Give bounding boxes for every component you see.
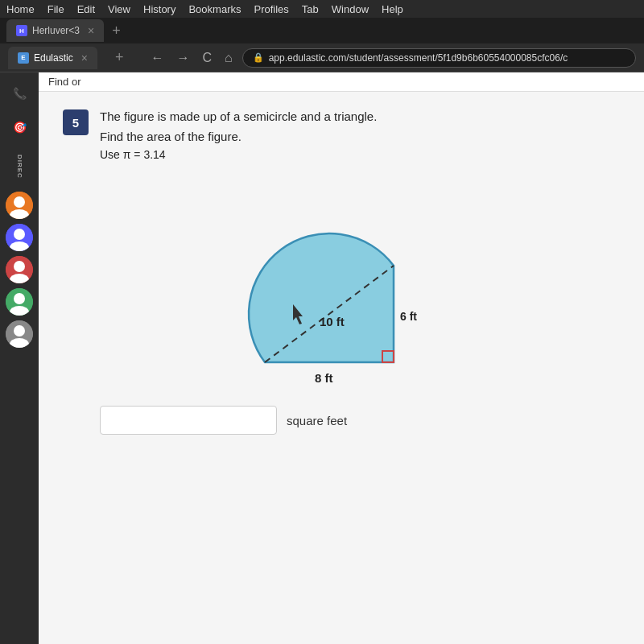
reload-button[interactable]: C: [199, 49, 215, 67]
tab-title-1: Herluver<3: [32, 25, 80, 36]
menu-bookmarks[interactable]: Bookmarks: [188, 3, 241, 15]
find-bar-label: Find or: [48, 76, 80, 88]
label-8ft: 8 ft: [315, 371, 333, 385]
figure-svg-wrapper: 10 ft 6 ft 8 ft: [225, 177, 466, 390]
browser-tab-bar: H Herluver<3 × +: [0, 18, 644, 43]
lock-icon: 🔒: [253, 52, 264, 63]
menu-profiles[interactable]: Profiles: [254, 3, 288, 15]
question-block: 5 The figure is made up of a semicircle …: [63, 108, 628, 161]
address-bar: E Edulastic × + ← → C ⌂ 🔒 app.edulastic.…: [0, 43, 644, 72]
url-text: app.edulastic.com/student/assessment/5f1…: [269, 52, 568, 64]
assessment-area: 5 The figure is made up of a semicircle …: [39, 92, 644, 451]
menu-history[interactable]: History: [143, 3, 175, 15]
geometry-figure: 10 ft 6 ft 8 ft: [225, 177, 466, 386]
left-sidebar: 📞 🎯 DIREC: [0, 72, 39, 644]
menu-window[interactable]: Window: [332, 3, 369, 15]
question-number: 5: [63, 109, 89, 135]
sidebar-avatar-4[interactable]: [6, 288, 33, 316]
sidebar-avatar-2[interactable]: [6, 224, 33, 251]
menu-edit[interactable]: Edit: [77, 3, 95, 15]
svg-point-10: [14, 293, 25, 304]
menu-view[interactable]: View: [108, 3, 130, 15]
svg-point-4: [14, 229, 25, 240]
forward-button[interactable]: →: [173, 49, 192, 67]
menu-file[interactable]: File: [47, 3, 64, 15]
browser-content: 📞 🎯 DIREC Find or 5 T: [0, 72, 644, 644]
svg-point-7: [14, 261, 25, 272]
tab-favicon-2: E: [18, 52, 29, 64]
label-6ft: 6 ft: [400, 310, 417, 323]
new-tab-button[interactable]: +: [107, 23, 126, 39]
sidebar-icon-direc: DIREC: [5, 147, 34, 187]
tab-title-2: Edulastic: [34, 52, 73, 64]
answer-unit: square feet: [287, 414, 347, 427]
answer-row: square feet: [100, 406, 628, 435]
sidebar-avatar-1[interactable]: [6, 192, 33, 219]
tab-close-1[interactable]: ×: [88, 24, 94, 37]
answer-input[interactable]: [100, 406, 277, 435]
sidebar-avatar-3[interactable]: [6, 256, 33, 283]
menu-help[interactable]: Help: [382, 3, 403, 15]
find-bar: Find or: [39, 72, 644, 92]
svg-point-13: [14, 325, 25, 336]
new-tab-button-2[interactable]: +: [110, 49, 129, 66]
home-button[interactable]: ⌂: [221, 49, 236, 67]
question-pi: Use π = 3.14: [100, 148, 628, 161]
page-content: Find or 5 The figure is made up of a sem…: [39, 72, 644, 644]
tab-edulastic[interactable]: E Edulastic ×: [8, 47, 97, 69]
sidebar-icon-target[interactable]: 🎯: [5, 113, 34, 142]
tab-favicon-1: H: [16, 25, 27, 36]
url-box[interactable]: 🔒 app.edulastic.com/student/assessment/5…: [242, 48, 636, 68]
back-button[interactable]: ←: [147, 49, 167, 67]
tab-herluver[interactable]: H Herluver<3 ×: [6, 19, 104, 42]
question-text: The figure is made up of a semicircle an…: [100, 108, 628, 161]
figure-container: 10 ft 6 ft 8 ft: [63, 177, 628, 390]
menu-tab[interactable]: Tab: [302, 3, 319, 15]
svg-point-1: [14, 196, 25, 208]
menubar: Home File Edit View History Bookmarks Pr…: [0, 0, 644, 18]
tab-close-2[interactable]: ×: [81, 52, 88, 64]
sidebar-avatar-5[interactable]: [6, 320, 33, 348]
menu-home[interactable]: Home: [6, 3, 35, 15]
sidebar-icon-phone[interactable]: 📞: [5, 79, 34, 108]
question-title-line2: Find the area of the figure.: [100, 128, 628, 145]
label-10ft: 10 ft: [320, 315, 345, 328]
question-title-line1: The figure is made up of a semicircle an…: [100, 108, 628, 125]
